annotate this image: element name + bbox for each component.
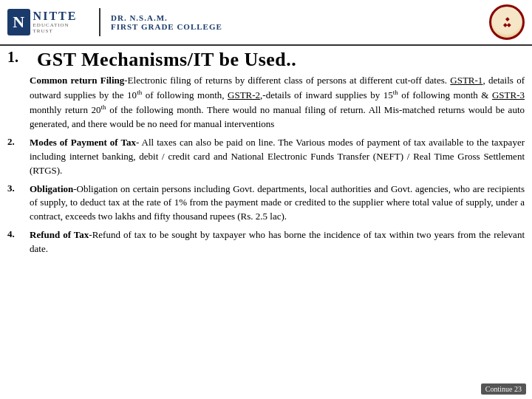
page-item-number: 1.: [7, 49, 25, 66]
logo-left: N NITTE EDUCATION TRUST DR. N.S.A.M. FIR…: [7, 8, 222, 36]
content-number-2: 2.: [7, 136, 30, 178]
logo-right: ◆◆◆: [489, 4, 525, 40]
content-row-4: 4. Refund of Tax-Refund of tax to be sou…: [7, 228, 525, 256]
content-text-1: Common return Filing-Electronic filing o…: [30, 74, 525, 132]
header: N NITTE EDUCATION TRUST DR. N.S.A.M. FIR…: [0, 0, 532, 46]
header-divider: [99, 8, 100, 36]
content-row-3: 3. Obligation-Obligation on certain pers…: [7, 183, 525, 225]
content-number-4: 4.: [7, 228, 30, 256]
content-row-2: 2. Modes of Payment of Tax- All taxes ca…: [7, 136, 525, 178]
content-text-4: Refund of Tax-Refund of tax to be sought…: [30, 228, 525, 256]
college-line: FIRST GRADE COLLEGE: [111, 22, 222, 31]
edu-trust: EDUCATION TRUST: [33, 22, 89, 34]
emblem: ◆◆◆: [489, 4, 525, 40]
content-area: Common return Filing-Electronic filing o…: [0, 72, 532, 262]
content-text-2: Modes of Payment of Tax- All taxes can a…: [30, 136, 525, 178]
dr-line: DR. N.S.A.M.: [111, 13, 222, 22]
page-title-row: 1. GST Mechanisms/IT be Used..: [0, 46, 532, 72]
nitte-text-block: NITTE EDUCATION TRUST: [33, 10, 89, 34]
content-number-1: [7, 74, 30, 132]
emblem-circle: ◆◆◆: [489, 4, 525, 40]
emblem-inner: ◆◆◆: [503, 16, 511, 29]
content-number-3: 3.: [7, 183, 30, 225]
nitte-n-letter: N: [7, 9, 30, 35]
content-row-1: Common return Filing-Electronic filing o…: [7, 74, 525, 132]
page-title: GST Mechanisms/IT be Used..: [37, 49, 296, 71]
content-text-3: Obligation-Obligation on certain persons…: [30, 183, 525, 225]
college-text-block: DR. N.S.A.M. FIRST GRADE COLLEGE: [111, 13, 222, 31]
continue-badge: Continue 23: [481, 383, 526, 395]
nitte-word: NITTE: [33, 10, 89, 22]
nitte-logo: N NITTE EDUCATION TRUST: [7, 8, 89, 36]
